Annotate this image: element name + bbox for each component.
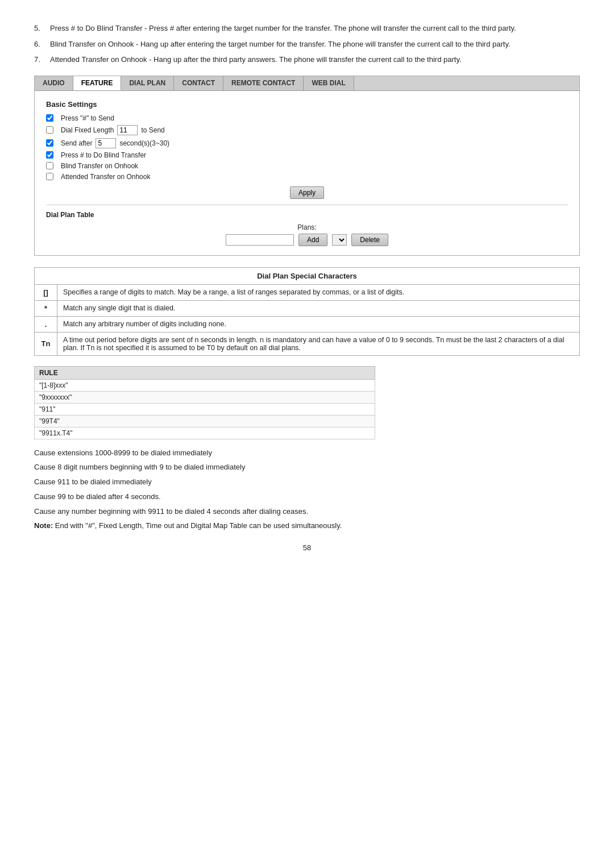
rule-row-5: "9911x.T4" [35,427,375,439]
bullet-text-5: Press # to Do Blind Transfer - Press # a… [50,23,580,34]
desc-3: Cause 911 to be dialed immediately [34,476,580,488]
tab-web-dial[interactable]: WEB DIAL [304,76,354,90]
checkbox-attended-onhook[interactable] [46,173,53,180]
plans-row: Add Delete [46,234,568,246]
desc-4: Cause 99 to be dialed after 4 seconds. [34,491,580,503]
add-button[interactable]: Add [298,234,327,246]
tab-audio[interactable]: AUDIO [35,76,73,90]
label-dial-fixed: Dial Fixed Length to Send [61,125,568,135]
rules-header: RULE [35,366,375,379]
tab-contact[interactable]: CONTACT [174,76,223,90]
cb-cell-4 [46,151,61,159]
send-after-input[interactable] [96,138,116,148]
rule-row-1: "[1-8]xxx" [35,379,375,391]
bullet-text-6: Blind Transfer on Onhook - Hang up after… [50,39,580,50]
dial-fixed-length-input[interactable] [117,125,138,135]
dial-plan-section: Dial Plan Table Plans: Add Delete [46,205,568,246]
char-dot-desc: Match any arbitrary number of digits inc… [57,316,580,332]
desc-note: Note: End with "#", Fixed Length, Time o… [34,520,580,532]
rules-table: RULE "[1-8]xxx" "9xxxxxxx" "911" "99T4" … [34,366,375,439]
desc-note-bold: Note: [34,521,53,530]
bullet-item-5: 5. Press # to Do Blind Transfer - Press … [34,23,580,34]
apply-button[interactable]: Apply [290,186,324,199]
rule-1: "[1-8]xxx" [35,379,375,391]
rule-4: "99T4" [35,415,375,427]
desc-1: Cause extensions 1000-8999 to be dialed … [34,447,580,459]
tab-remote-contact[interactable]: REMOTE CONTACT [223,76,304,90]
tab-bar: AUDIO FEATURE DIAL PLAN CONTACT REMOTE C… [35,76,579,91]
settings-row-1: Press "#" to Send [46,114,568,122]
basic-settings-title: Basic Settings [46,100,568,109]
label-send-after: Send after second(s)(3~30) [61,138,568,148]
label-blind-onhook-text: Blind Transfer on Onhook [61,162,138,170]
label-press-hash-text: Press "#" to Send [61,114,114,122]
rule-row-3: "911" [35,403,375,415]
special-char-row-asterisk: * Match any single digit that is dialed. [35,300,580,316]
intro-bullet-list: 5. Press # to Do Blind Transfer - Press … [34,23,580,65]
checkbox-press-hash[interactable] [46,114,53,122]
desc-5: Cause any number beginning with 9911 to … [34,506,580,518]
bullet-num-7: 7. [34,54,50,65]
plan-select[interactable] [332,234,347,246]
special-char-row-dot: . Match any arbitrary number of digits i… [35,316,580,332]
label-blind-onhook: Blind Transfer on Onhook [61,162,568,170]
cb-cell-5 [46,162,61,169]
plan-name-input[interactable] [226,234,294,246]
bullet-item-6: 6. Blind Transfer on Onhook - Hang up af… [34,39,580,50]
plans-label: Plans: [297,223,316,231]
special-char-row-tn: Tn A time out period before digits are s… [35,332,580,355]
rule-5: "9911x.T4" [35,427,375,439]
cb-cell-3 [46,139,61,147]
tab-dial-plan[interactable]: DIAL PLAN [121,76,174,90]
label-attended-onhook: Attended Transfer on Onhook [61,173,568,181]
char-brackets-desc: Specifies a range of digits to match. Ma… [57,284,580,300]
delete-button[interactable]: Delete [351,234,388,246]
char-dot: . [35,316,57,332]
char-tn: Tn [35,332,57,355]
dial-plan-label: Dial Plan Table [46,211,568,219]
char-asterisk-desc: Match any single digit that is dialed. [57,300,580,316]
plans-header-row: Plans: [46,223,568,231]
checkbox-blind-onhook[interactable] [46,162,53,169]
desc-note-text: End with "#", Fixed Length, Time out and… [55,521,342,530]
label-blind-transfer: Press # to Do Blind Transfer [61,151,568,159]
cb-cell-6 [46,173,61,180]
tab-content-dial-plan: Basic Settings Press "#" to Send Dial Fi… [35,91,579,255]
label-blind-transfer-text: Press # to Do Blind Transfer [61,151,146,159]
label-send-after-text: Send after [61,139,92,147]
cb-cell-2 [46,126,61,134]
settings-row-3: Send after second(s)(3~30) [46,138,568,148]
apply-row: Apply [46,186,568,199]
rule-row-4: "99T4" [35,415,375,427]
bullet-num-6: 6. [34,39,50,50]
special-char-row-brackets: [] Specifies a range of digits to match.… [35,284,580,300]
bullet-text-7: Attended Transfer on Onhook - Hang up af… [50,54,580,65]
label-to-send: to Send [141,126,164,134]
char-tn-desc: A time out period before digits are sent… [57,332,580,355]
desc-2: Cause 8 digit numbers beginning with 9 t… [34,462,580,474]
checkbox-send-after[interactable] [46,139,53,147]
settings-row-6: Attended Transfer on Onhook [46,173,568,181]
rule-3: "911" [35,403,375,415]
rule-2: "9xxxxxxx" [35,391,375,403]
settings-row-4: Press # to Do Blind Transfer [46,151,568,159]
rule-row-2: "9xxxxxxx" [35,391,375,403]
tab-panel: AUDIO FEATURE DIAL PLAN CONTACT REMOTE C… [34,76,580,256]
label-dial-fixed-text: Dial Fixed Length [61,126,114,134]
cb-cell-1 [46,114,61,122]
page-number: 58 [34,543,580,552]
checkbox-dial-fixed[interactable] [46,126,53,134]
char-asterisk: * [35,300,57,316]
bullet-item-7: 7. Attended Transfer on Onhook - Hang up… [34,54,580,65]
bullet-num-5: 5. [34,23,50,34]
tab-feature[interactable]: FEATURE [73,76,122,90]
label-attended-onhook-text: Attended Transfer on Onhook [61,173,150,181]
char-brackets: [] [35,284,57,300]
label-press-hash: Press "#" to Send [61,114,568,122]
settings-row-5: Blind Transfer on Onhook [46,162,568,170]
special-chars-title: Dial Plan Special Characters [35,267,580,284]
special-chars-table: Dial Plan Special Characters [] Specifie… [34,267,580,356]
label-seconds: second(s)(3~30) [119,139,169,147]
settings-row-2: Dial Fixed Length to Send [46,125,568,135]
checkbox-blind-transfer[interactable] [46,151,53,159]
